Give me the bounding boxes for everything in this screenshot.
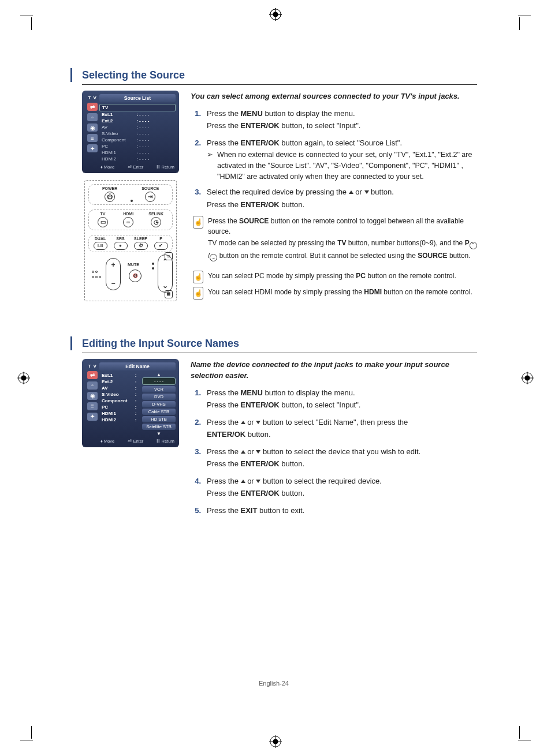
crop-mark: [518, 16, 531, 16]
step-3: 3. Press the or button to select the dev…: [191, 446, 477, 471]
selink-icon: ◷: [151, 217, 161, 227]
up-arrow-icon: [349, 190, 353, 194]
heading-title: Selecting the Source: [82, 69, 477, 85]
osd-title: Edit Name: [99, 362, 176, 370]
hand-note-icon: ☝: [193, 216, 203, 229]
section-selecting-source: Selecting the Source T V ⇄ ▫ ◉ ≡ ✦: [70, 69, 477, 303]
intro-text: Name the device connected to the input j…: [191, 359, 477, 381]
osd-source-list: T V ⇄ ▫ ◉ ≡ ✦ Source List TV Ext.1:- - -…: [82, 91, 179, 173]
up-arrow-icon: [241, 421, 245, 424]
step-5: 5. Press the EXIT button to exit.: [191, 505, 477, 518]
teletext-icon: ≣: [165, 290, 173, 298]
osd-title: Source List: [99, 94, 176, 102]
crop-mark: [519, 17, 520, 30]
teletext-icon: ≡: [165, 252, 173, 260]
chevron-icon: ➢: [207, 149, 214, 182]
osd-edit-name: T V ⇄ ▫ ◉ ≡ ✦ Edit Name Ext.1:: [82, 359, 179, 447]
step-1: 1. Press the MENU button to display the …: [191, 387, 477, 412]
hdmi-icon: ⎓: [123, 217, 133, 227]
crop-mark: [518, 740, 531, 740]
heading-title: Editing the Input Source Names: [82, 338, 477, 353]
registration-mark-icon: [17, 372, 30, 384]
hand-note-icon: ☝: [193, 287, 203, 300]
up-arrow-icon: [241, 480, 245, 483]
osd-footer-move: ♦ Move: [100, 439, 114, 444]
mute-icon: 🔇: [129, 270, 142, 282]
osd-nav-label: T V: [88, 95, 96, 100]
source-icon: ⇥: [145, 192, 155, 202]
osd-nav-label: T V: [88, 364, 96, 369]
page-content: Selecting the Source T V ⇄ ▫ ◉ ≡ ✦: [70, 69, 477, 687]
power-icon: ⏻: [105, 192, 115, 202]
osd-nav-sound-icon: ◉: [87, 392, 98, 400]
osd-up-arrow-icon: ▲: [142, 372, 176, 377]
osd-footer-return: Ⅲ Return: [157, 164, 174, 170]
osd-footer-enter: ⏎ Enter: [128, 164, 143, 170]
hand-note-icon: ☝: [193, 271, 203, 283]
dual-button-icon: I-II: [94, 242, 107, 250]
crop-mark: [31, 726, 32, 739]
p-down-icon: ⌄: [210, 254, 217, 261]
step-2: 2. Press the ENTER/OK button again, to s…: [191, 137, 477, 182]
osd-nav-input-icon: ⇄: [87, 371, 98, 379]
down-arrow-icon: [364, 190, 369, 194]
osd-footer-return: Ⅲ Return: [157, 439, 174, 444]
osd-nav-setup-icon: ✦: [87, 144, 98, 152]
step-1: 1. Press the MENU button to display the …: [191, 108, 477, 133]
section-editing-names: Editing the Input Source Names T V ⇄ ▫ ◉…: [70, 338, 477, 522]
registration-mark-icon: [269, 735, 282, 748]
osd-nav-channel-icon: ≡: [87, 402, 98, 410]
osd-nav-setup-icon: ✦: [87, 413, 98, 421]
note-pc-button: ☝ You can select PC mode by simply press…: [193, 271, 477, 283]
osd-nav-picture-icon: ▫: [87, 113, 98, 121]
intro-text: You can select among external sources co…: [191, 91, 477, 102]
page-footer: English-24: [70, 680, 477, 687]
section-heading: Selecting the Source: [70, 69, 477, 85]
registration-mark-icon: [269, 8, 282, 21]
crop-mark: [31, 17, 32, 30]
srs-button-icon: ●: [114, 242, 128, 250]
osd-footer-enter: ⏎ Enter: [128, 439, 143, 444]
crop-mark: [20, 740, 33, 740]
section-heading: Editing the Input Source Names: [70, 338, 477, 353]
osd-nav-picture-icon: ▫: [87, 381, 98, 390]
p-up-icon: ⌃: [470, 242, 477, 249]
p-button-icon: ✔: [154, 242, 168, 250]
step-3: 3. Select the required device by pressin…: [191, 186, 477, 211]
osd-down-arrow-icon: ▼: [142, 431, 176, 436]
osd-nav-sound-icon: ◉: [87, 123, 98, 132]
crop-mark: [519, 726, 520, 739]
registration-mark-icon: [521, 372, 534, 384]
remote-illustration: POWER⏻ SOURCE⇥ TV▭ HDMI⎓ SELINK◷ DUALI-I…: [84, 180, 177, 301]
sleep-button-icon: ⏱: [134, 242, 148, 250]
tv-icon: ▭: [98, 217, 108, 227]
osd-nav-channel-icon: ≡: [87, 134, 98, 142]
osd-footer-move: ♦ Move: [100, 164, 114, 170]
note-hdmi-button: ☝ You can select HDMI mode by simply pre…: [193, 287, 477, 300]
up-arrow-icon: [241, 450, 245, 454]
volume-rocker-icon: +−: [106, 258, 121, 290]
step-2: 2. Press the or button to select "Edit N…: [191, 417, 477, 441]
crop-mark: [20, 16, 33, 16]
osd-nav-input-icon: ⇄: [87, 103, 98, 111]
note-source-button: ☝ Press the SOURCE button on the remote …: [193, 216, 477, 263]
step-4: 4. Press the or button to select the req…: [191, 476, 477, 500]
